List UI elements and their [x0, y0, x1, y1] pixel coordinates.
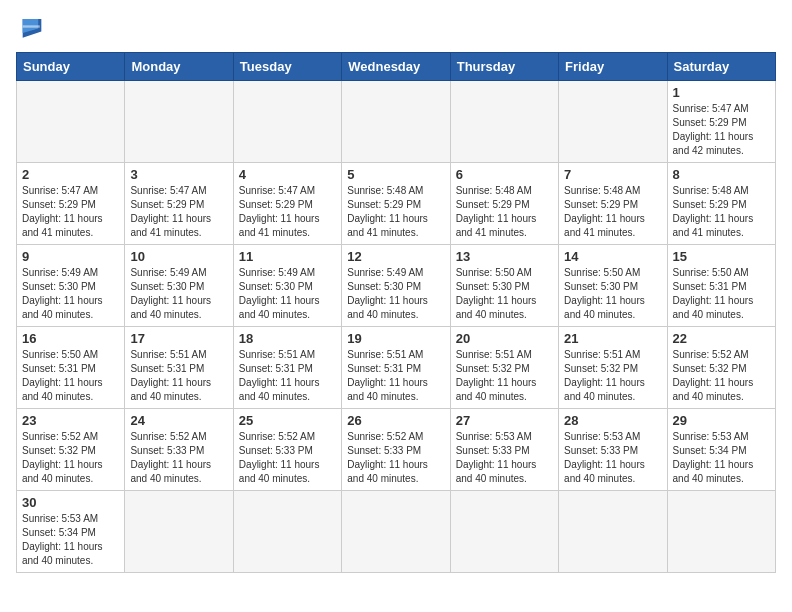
sunrise-label: Sunrise: 5:48 AM — [347, 185, 423, 196]
sunset-label: Sunset: 5:29 PM — [673, 199, 747, 210]
day-info: Sunrise: 5:50 AMSunset: 5:30 PMDaylight:… — [564, 266, 661, 322]
day-info: Sunrise: 5:50 AMSunset: 5:31 PMDaylight:… — [673, 266, 770, 322]
calendar-cell — [342, 491, 450, 573]
column-header-monday: Monday — [125, 53, 233, 81]
sunrise-label: Sunrise: 5:52 AM — [130, 431, 206, 442]
day-number: 10 — [130, 249, 227, 264]
sunrise-label: Sunrise: 5:48 AM — [673, 185, 749, 196]
day-info: Sunrise: 5:52 AMSunset: 5:32 PMDaylight:… — [673, 348, 770, 404]
logo — [16, 16, 52, 44]
daylight-label: Daylight: 11 hours and 40 minutes. — [130, 295, 211, 320]
logo-icon — [16, 16, 48, 44]
daylight-label: Daylight: 11 hours and 40 minutes. — [347, 377, 428, 402]
day-info: Sunrise: 5:47 AMSunset: 5:29 PMDaylight:… — [239, 184, 336, 240]
sunset-label: Sunset: 5:34 PM — [673, 445, 747, 456]
day-number: 24 — [130, 413, 227, 428]
sunrise-label: Sunrise: 5:53 AM — [673, 431, 749, 442]
sunset-label: Sunset: 5:29 PM — [130, 199, 204, 210]
daylight-label: Daylight: 11 hours and 41 minutes. — [673, 213, 754, 238]
column-header-sunday: Sunday — [17, 53, 125, 81]
day-number: 12 — [347, 249, 444, 264]
sunset-label: Sunset: 5:30 PM — [130, 281, 204, 292]
sunrise-label: Sunrise: 5:48 AM — [456, 185, 532, 196]
calendar-cell: 22Sunrise: 5:52 AMSunset: 5:32 PMDayligh… — [667, 327, 775, 409]
sunrise-label: Sunrise: 5:53 AM — [564, 431, 640, 442]
calendar-cell: 23Sunrise: 5:52 AMSunset: 5:32 PMDayligh… — [17, 409, 125, 491]
sunrise-label: Sunrise: 5:53 AM — [22, 513, 98, 524]
sunset-label: Sunset: 5:32 PM — [22, 445, 96, 456]
calendar-cell — [667, 491, 775, 573]
day-number: 14 — [564, 249, 661, 264]
sunset-label: Sunset: 5:32 PM — [456, 363, 530, 374]
day-number: 28 — [564, 413, 661, 428]
day-number: 17 — [130, 331, 227, 346]
day-number: 11 — [239, 249, 336, 264]
sunrise-label: Sunrise: 5:50 AM — [22, 349, 98, 360]
sunset-label: Sunset: 5:32 PM — [564, 363, 638, 374]
sunset-label: Sunset: 5:32 PM — [673, 363, 747, 374]
sunset-label: Sunset: 5:29 PM — [564, 199, 638, 210]
calendar-cell: 3Sunrise: 5:47 AMSunset: 5:29 PMDaylight… — [125, 163, 233, 245]
daylight-label: Daylight: 11 hours and 40 minutes. — [22, 295, 103, 320]
calendar-cell: 30Sunrise: 5:53 AMSunset: 5:34 PMDayligh… — [17, 491, 125, 573]
sunset-label: Sunset: 5:31 PM — [673, 281, 747, 292]
sunset-label: Sunset: 5:34 PM — [22, 527, 96, 538]
calendar-cell: 1Sunrise: 5:47 AMSunset: 5:29 PMDaylight… — [667, 81, 775, 163]
daylight-label: Daylight: 11 hours and 41 minutes. — [130, 213, 211, 238]
sunset-label: Sunset: 5:33 PM — [130, 445, 204, 456]
sunset-label: Sunset: 5:33 PM — [564, 445, 638, 456]
sunrise-label: Sunrise: 5:51 AM — [239, 349, 315, 360]
calendar-cell: 27Sunrise: 5:53 AMSunset: 5:33 PMDayligh… — [450, 409, 558, 491]
calendar-cell: 18Sunrise: 5:51 AMSunset: 5:31 PMDayligh… — [233, 327, 341, 409]
day-number: 27 — [456, 413, 553, 428]
sunrise-label: Sunrise: 5:50 AM — [673, 267, 749, 278]
daylight-label: Daylight: 11 hours and 40 minutes. — [673, 377, 754, 402]
day-number: 2 — [22, 167, 119, 182]
daylight-label: Daylight: 11 hours and 40 minutes. — [456, 377, 537, 402]
calendar-cell — [233, 81, 341, 163]
day-number: 26 — [347, 413, 444, 428]
calendar-cell: 20Sunrise: 5:51 AMSunset: 5:32 PMDayligh… — [450, 327, 558, 409]
sunset-label: Sunset: 5:30 PM — [456, 281, 530, 292]
day-number: 23 — [22, 413, 119, 428]
sunrise-label: Sunrise: 5:51 AM — [130, 349, 206, 360]
calendar-cell: 14Sunrise: 5:50 AMSunset: 5:30 PMDayligh… — [559, 245, 667, 327]
calendar-cell: 29Sunrise: 5:53 AMSunset: 5:34 PMDayligh… — [667, 409, 775, 491]
daylight-label: Daylight: 11 hours and 40 minutes. — [22, 541, 103, 566]
day-number: 5 — [347, 167, 444, 182]
daylight-label: Daylight: 11 hours and 41 minutes. — [239, 213, 320, 238]
sunset-label: Sunset: 5:31 PM — [239, 363, 313, 374]
sunrise-label: Sunrise: 5:49 AM — [239, 267, 315, 278]
sunset-label: Sunset: 5:30 PM — [564, 281, 638, 292]
sunrise-label: Sunrise: 5:47 AM — [673, 103, 749, 114]
calendar-cell: 6Sunrise: 5:48 AMSunset: 5:29 PMDaylight… — [450, 163, 558, 245]
day-info: Sunrise: 5:51 AMSunset: 5:32 PMDaylight:… — [456, 348, 553, 404]
day-info: Sunrise: 5:47 AMSunset: 5:29 PMDaylight:… — [130, 184, 227, 240]
sunrise-label: Sunrise: 5:47 AM — [130, 185, 206, 196]
column-header-wednesday: Wednesday — [342, 53, 450, 81]
sunrise-label: Sunrise: 5:48 AM — [564, 185, 640, 196]
daylight-label: Daylight: 11 hours and 41 minutes. — [22, 213, 103, 238]
day-number: 7 — [564, 167, 661, 182]
day-info: Sunrise: 5:51 AMSunset: 5:32 PMDaylight:… — [564, 348, 661, 404]
day-info: Sunrise: 5:48 AMSunset: 5:29 PMDaylight:… — [347, 184, 444, 240]
daylight-label: Daylight: 11 hours and 42 minutes. — [673, 131, 754, 156]
day-number: 6 — [456, 167, 553, 182]
day-info: Sunrise: 5:52 AMSunset: 5:33 PMDaylight:… — [130, 430, 227, 486]
day-info: Sunrise: 5:52 AMSunset: 5:32 PMDaylight:… — [22, 430, 119, 486]
daylight-label: Daylight: 11 hours and 40 minutes. — [673, 295, 754, 320]
sunrise-label: Sunrise: 5:52 AM — [239, 431, 315, 442]
sunrise-label: Sunrise: 5:50 AM — [456, 267, 532, 278]
day-number: 20 — [456, 331, 553, 346]
day-number: 19 — [347, 331, 444, 346]
calendar-cell: 9Sunrise: 5:49 AMSunset: 5:30 PMDaylight… — [17, 245, 125, 327]
day-info: Sunrise: 5:53 AMSunset: 5:34 PMDaylight:… — [673, 430, 770, 486]
calendar-cell — [17, 81, 125, 163]
day-number: 21 — [564, 331, 661, 346]
day-info: Sunrise: 5:51 AMSunset: 5:31 PMDaylight:… — [239, 348, 336, 404]
calendar-cell: 12Sunrise: 5:49 AMSunset: 5:30 PMDayligh… — [342, 245, 450, 327]
day-number: 18 — [239, 331, 336, 346]
daylight-label: Daylight: 11 hours and 40 minutes. — [564, 295, 645, 320]
calendar-cell — [125, 491, 233, 573]
calendar-cell: 24Sunrise: 5:52 AMSunset: 5:33 PMDayligh… — [125, 409, 233, 491]
